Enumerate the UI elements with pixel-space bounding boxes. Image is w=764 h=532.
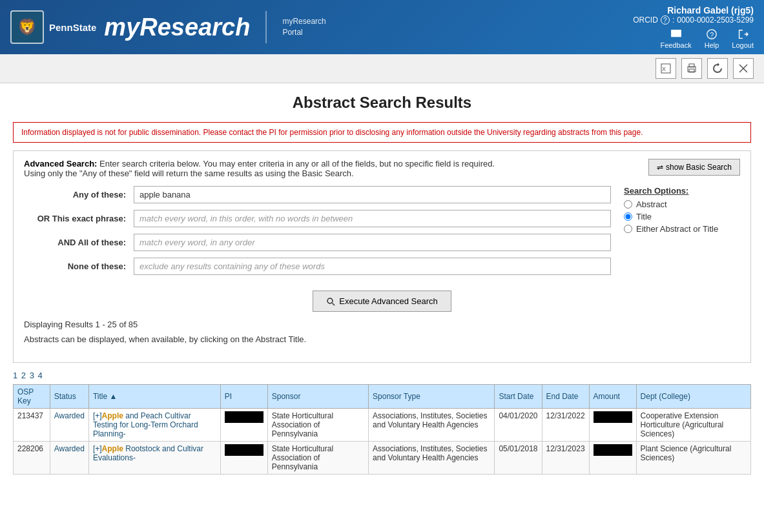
amount-redacted (594, 444, 632, 456)
help-action[interactable]: ? Help (705, 28, 719, 49)
exact-phrase-input[interactable] (134, 210, 611, 227)
help-icon: ? (706, 28, 718, 40)
start-date-cell: 05/01/2018 (495, 442, 542, 475)
header-left: 🦁 PennState myResearch myResearch Portal (10, 10, 326, 44)
portal-subtitle: myResearch Portal (282, 16, 325, 38)
results-note-text: Abstracts can be displayed, when availab… (24, 334, 306, 344)
pagination: 1 2 3 4 (13, 371, 751, 380)
app-header: 🦁 PennState myResearch myResearch Portal… (0, 0, 764, 54)
swap-icon: ⇌ (657, 163, 663, 172)
search-container: Advanced Search: Enter search criteria b… (13, 150, 751, 363)
execute-btn-row: Execute Advanced Search (24, 291, 740, 312)
page-3-link[interactable]: 3 (30, 371, 34, 380)
radio-either[interactable] (624, 225, 632, 233)
feedback-action[interactable]: Feedback (660, 28, 691, 49)
warning-box: Information displayed is not for public … (13, 122, 751, 143)
pi-redacted (225, 444, 263, 456)
show-basic-label: show Basic Search (666, 163, 732, 172)
title-prefix: [+] (93, 444, 102, 453)
title-cell: [+]Apple and Peach Cultivar Testing for … (88, 409, 220, 442)
sort-pi-link[interactable]: PI (225, 392, 232, 401)
amount-cell (589, 442, 636, 475)
title-prefix: [+] (93, 411, 102, 420)
osp-key-cell: 213437 (14, 409, 50, 442)
feedback-icon (670, 28, 682, 40)
col-pi: PI (220, 385, 267, 409)
radio-title-label: Title (636, 212, 652, 221)
close-window-button[interactable] (733, 58, 754, 79)
print-icon (687, 63, 697, 74)
sort-amount-link[interactable]: Amount (594, 392, 620, 401)
logout-action[interactable]: Logout (732, 28, 754, 49)
all-of-these-input[interactable] (134, 234, 611, 251)
title-link[interactable]: [+]Apple and Peach Cultivar Testing for … (93, 411, 198, 438)
title-highlight: Apple (102, 411, 123, 420)
help-label: Help (705, 41, 719, 49)
col-status: Status (50, 385, 88, 409)
title-link[interactable]: [+]Apple Rootstock and Cultivar Evaluati… (93, 444, 203, 462)
dept-cell: Plant Science (Agricultural Sciences) (636, 442, 750, 475)
none-of-these-input[interactable] (134, 258, 611, 275)
end-date-cell: 12/31/2022 (542, 409, 589, 442)
displaying-results: Displaying Results 1 - 25 of 85 (24, 320, 740, 329)
any-of-these-input[interactable] (134, 186, 611, 203)
table-row: 213437 Awarded [+]Apple and Peach Cultiv… (14, 409, 751, 442)
orcid-line: ORCID ? : 0000-0002-2503-5299 (633, 15, 754, 25)
all-of-these-row: AND All of these: (24, 234, 611, 251)
results-table: OSP Key Status Title ▲ PI Sponsor Sponso… (13, 384, 751, 475)
any-of-these-label: Any of these: (24, 190, 134, 200)
orcid-help-icon[interactable]: ? (661, 15, 670, 25)
pi-redacted (225, 411, 263, 423)
sort-start-date-link[interactable]: Start Date (499, 392, 533, 401)
sponsor-type-cell: Associations, Institutes, Societies and … (369, 442, 495, 475)
sponsor-type-cell: Associations, Institutes, Societies and … (369, 409, 495, 442)
pi-cell (220, 409, 267, 442)
none-of-these-row: None of these: (24, 258, 611, 275)
any-of-these-row: Any of these: (24, 186, 611, 203)
page-4-link[interactable]: 4 (38, 371, 43, 380)
svg-text:X: X (662, 66, 666, 72)
sort-sponsor-type-link[interactable]: Sponsor Type (373, 392, 420, 401)
show-basic-search-button[interactable]: ⇌ show Basic Search (648, 159, 740, 176)
exact-phrase-row: OR This exact phrase: (24, 210, 611, 227)
end-date-cell: 12/31/2023 (542, 442, 589, 475)
execute-label: Execute Advanced Search (339, 296, 438, 306)
table-row: 228206 Awarded [+]Apple Rootstock and Cu… (14, 442, 751, 475)
export-excel-button[interactable]: X (656, 58, 676, 79)
excel-icon: X (661, 63, 671, 74)
col-sponsor-type: Sponsor Type (369, 385, 495, 409)
amount-cell (589, 409, 636, 442)
results-section: Displaying Results 1 - 25 of 85 Abstract… (24, 320, 740, 344)
svg-text:?: ? (710, 31, 714, 39)
status-cell: Awarded (50, 442, 88, 475)
dept-cell: Cooperative Extension Horticulture (Agri… (636, 409, 750, 442)
sort-dept-link[interactable]: Dept (College) (641, 392, 690, 401)
print-button[interactable] (681, 58, 702, 79)
header-actions: Feedback ? Help Logout (633, 28, 754, 49)
main-content: Abstract Search Results Information disp… (0, 83, 764, 485)
search-icon (326, 297, 335, 306)
col-title: Title ▲ (88, 385, 220, 409)
feedback-label: Feedback (660, 41, 691, 49)
refresh-button[interactable] (707, 58, 728, 79)
psu-logo: 🦁 PennState (10, 10, 96, 44)
table-header-row: OSP Key Status Title ▲ PI Sponsor Sponso… (14, 385, 751, 409)
header-divider (265, 11, 267, 43)
search-description: Advanced Search: Enter search criteria b… (24, 159, 508, 178)
radio-either-option: Either Abstract or Title (624, 224, 740, 234)
radio-abstract[interactable] (624, 200, 632, 209)
page-1-link[interactable]: 1 (13, 371, 17, 380)
sort-sponsor-link[interactable]: Sponsor (272, 392, 301, 401)
sort-title-link[interactable]: Title ▲ (93, 392, 117, 401)
col-start-date: Start Date (495, 385, 542, 409)
sort-end-date-link[interactable]: End Date (546, 392, 579, 401)
status-cell: Awarded (50, 409, 88, 442)
page-2-link[interactable]: 2 (21, 371, 26, 380)
radio-title[interactable] (624, 212, 632, 221)
execute-advanced-search-button[interactable]: Execute Advanced Search (313, 291, 451, 312)
search-fields: Any of these: OR This exact phrase: AND … (24, 186, 740, 281)
refresh-icon (712, 63, 723, 74)
title-cell: [+]Apple Rootstock and Cultivar Evaluati… (88, 442, 220, 475)
toolbar: X (0, 54, 764, 83)
results-note: Abstracts can be displayed, when availab… (24, 334, 740, 344)
